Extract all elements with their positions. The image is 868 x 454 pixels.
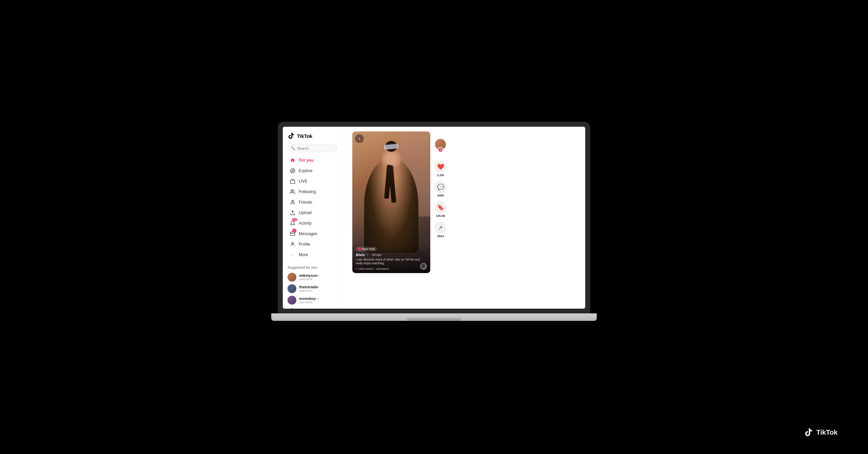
video-controls-top: 🔇 ··· [355,134,428,143]
handle-thelotradio: username [299,289,318,292]
nav-item-more[interactable]: ··· More [285,250,340,260]
screen: TikTok 🔍 For you [283,127,585,309]
like-button[interactable]: ❤️ 2.2M [434,161,447,177]
video-feed: 🔇 ··· New York [352,131,447,273]
user-info-miketyson: miketyson ✓ username [299,273,321,281]
activity-icon: 29 [290,220,296,226]
verified-badge-miketyson: ✓ [318,274,321,277]
main-nav: For you Explore LIVE [283,155,342,260]
nav-item-friends[interactable]: Friends [285,197,340,207]
music-track: Ultra Instinct - adamdevit [359,267,389,270]
messages-icon: 7 [290,231,296,237]
nav-label-live: LIVE [299,179,308,184]
svg-rect-1 [290,180,295,184]
see-more-label: See more [291,307,307,309]
nav-item-messages[interactable]: 7 Messages [285,229,340,239]
video-creator-name: Alvin ✓ · 4d ago [356,253,427,257]
nav-item-live[interactable]: LIVE [285,176,340,186]
suggested-section: Suggested for you miketyson ✓ username [283,264,342,309]
creator-follow-button[interactable]: + [434,138,447,153]
mute-button[interactable]: 🔇 [355,134,364,143]
chevron-down-icon: ▾ [288,308,289,309]
nav-item-explore[interactable]: Explore [285,166,340,176]
nav-item-upload[interactable]: Upload [285,208,340,218]
handle-miketyson: username [299,277,321,281]
screen-bezel: TikTok 🔍 For you [278,122,590,313]
search-icon: 🔍 [291,146,295,150]
share-icon: ↗ [434,222,447,234]
friends-icon [290,199,296,205]
like-count: 2.2M [437,173,444,177]
location-text: New York [362,247,375,251]
comment-button[interactable]: 💬 3368 [434,181,447,197]
activity-badge: 29 [292,218,297,221]
music-disk [420,263,427,270]
more-icon: ··· [290,252,296,258]
verified-badge-moonboy: ✓ [317,297,319,300]
heart-icon: ❤️ [434,161,447,173]
see-more-button[interactable]: ▾ See more [288,306,337,309]
user-avatar-miketyson [288,273,296,282]
nav-item-activity[interactable]: 29 Activity [285,218,340,228]
share-count: 2824 [437,234,444,238]
nav-label-activity: Activity [299,221,312,226]
user-avatar-moonboy [288,296,296,305]
share-button[interactable]: ↗ 2824 [434,222,447,238]
watermark-logo-icon [804,428,813,437]
ellipsis-icon: ··· [421,136,428,141]
creator-verified-icon: ✓ [366,253,369,256]
bookmark-count: 145.6k [436,214,445,218]
follow-plus-icon: + [438,147,443,152]
following-icon [290,189,296,195]
handle-moonboy: username [299,301,319,304]
user-info-thelotradio: thelotradio username [299,285,318,292]
comment-count: 3368 [437,194,444,197]
nav-label-following: Following [299,189,316,194]
video-actions: + ❤️ 2.2M 💬 3368 [434,131,447,238]
username-miketyson: miketyson ✓ [299,273,321,277]
video-more-button[interactable]: ··· [421,136,428,141]
search-input[interactable] [297,146,334,150]
video-overlay: New York Alvin ✓ · 4d ago I can discover… [352,243,430,273]
main-content: 🔇 ··· New York [342,127,585,309]
svg-point-3 [292,200,293,202]
video-time: · [370,253,371,256]
nav-label-friends: Friends [299,200,312,205]
laptop-base [271,313,597,321]
search-bar[interactable]: 🔍 [287,144,338,152]
nav-label-for-you: For you [299,158,314,163]
svg-point-5 [292,243,293,244]
nav-label-messages: Messages [299,231,317,236]
bookmark-button[interactable]: 🔖 145.6k [434,201,447,218]
music-note-icon: ♪ [356,267,357,270]
logo-area[interactable]: TikTok [283,130,342,143]
username-moonboy: moonboy ✓ [299,296,319,301]
laptop-frame: TikTok 🔍 For you [278,122,590,332]
location-dot-icon [358,248,361,250]
video-player[interactable]: 🔇 ··· New York [352,131,430,273]
mute-icon: 🔇 [357,137,361,141]
user-avatar-thelotradio [288,284,296,293]
video-music: ♪ Ultra Instinct - adamdevit [356,267,427,270]
location-tag: New York [356,247,377,251]
user-info-moonboy: moonboy ✓ username [299,296,319,304]
watermark-text: TikTok [816,429,837,436]
nav-item-for-you[interactable]: For you [285,155,340,165]
video-caption: I can discover more of what I like on Ti… [356,258,427,266]
suggested-user-3[interactable]: moonboy ✓ username [288,294,337,306]
live-icon [290,178,296,184]
tiktok-logo-icon [288,132,295,140]
upload-icon [290,210,296,216]
nav-item-following[interactable]: Following [285,187,340,197]
profile-icon [290,241,296,247]
nav-label-profile: Profile [299,242,310,247]
messages-badge: 7 [292,229,296,233]
suggested-user-1[interactable]: miketyson ✓ username [288,271,337,283]
comment-icon: 💬 [434,181,447,193]
home-icon [290,157,296,163]
username-thelotradio: thelotradio [299,285,318,289]
logo-text: TikTok [297,133,312,139]
nav-item-profile[interactable]: Profile [285,239,340,249]
nav-label-more: More [299,252,308,257]
suggested-user-2[interactable]: thelotradio username [288,283,337,294]
